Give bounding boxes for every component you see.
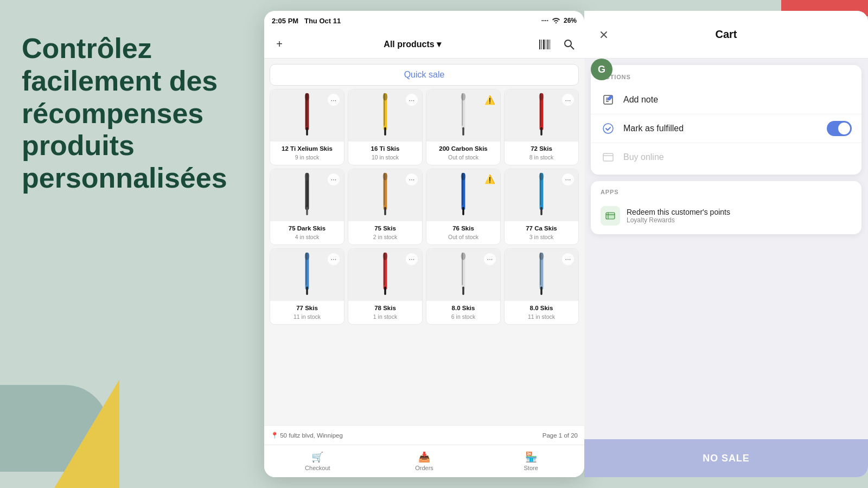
more-options-button[interactable]: ··· [328,253,340,265]
product-stock: 11 in stock [509,313,574,320]
product-card[interactable]: ··· 16 Ti Skis 10 in stock [348,89,423,165]
product-image: ··· [505,89,578,142]
product-stock: Out of stock [431,154,496,160]
svg-point-15 [383,93,388,101]
svg-point-35 [461,173,466,181]
quick-sale-button[interactable]: Quick sale [270,64,579,86]
product-card[interactable]: ··· 72 Skis 8 in stock [504,89,579,165]
product-stock: 10 in stock [353,154,418,160]
svg-rect-61 [603,153,613,161]
add-button[interactable]: + [272,37,287,52]
svg-rect-30 [384,207,386,215]
svg-point-60 [603,124,613,133]
delete-button[interactable] [594,25,614,44]
product-info: 77 Skis 11 in stock [270,301,344,324]
buy-online-icon [601,150,616,165]
out-of-stock-icon: ⚠️ [484,94,496,106]
tab-checkout[interactable]: 🛒Checkout [264,451,371,471]
add-note-action[interactable]: Add note [591,86,861,114]
mark-fulfilled-icon [601,121,616,136]
product-card[interactable]: ⚠️ 200 Carbon Skis Out of stock [426,89,501,165]
svg-rect-34 [462,207,464,215]
add-note-label: Add note [623,95,852,105]
more-options-button[interactable]: ··· [562,174,574,185]
product-card[interactable]: ··· 77 Ca Skis 3 in stock [504,169,579,245]
product-image: ··· [270,249,344,301]
product-name: 72 Skis [509,145,574,153]
product-image: ··· [348,249,422,301]
product-name: 8.0 Skis [509,304,574,312]
svg-rect-63 [606,213,615,219]
tab-orders[interactable]: 📥Orders [371,451,478,471]
product-info: 12 Ti Xelium Skis 9 in stock [270,142,344,165]
more-options-button[interactable]: ··· [406,253,418,265]
product-card[interactable]: ··· 8.0 Skis 11 in stock [504,248,579,325]
loyalty-app-name: Redeem this customer's points [627,208,852,216]
product-name: 77 Skis [275,304,340,312]
buy-online-label: Buy online [623,152,852,162]
orders-label: Orders [415,465,433,471]
apps-section: APPS Redeem this customer's points Loyal… [591,181,861,234]
product-info: 75 Skis 2 in stock [348,221,422,245]
more-options-button[interactable]: ··· [406,94,418,106]
svg-point-43 [305,253,310,260]
product-card[interactable]: ··· 8.0 Skis 6 in stock [426,248,501,325]
more-options-button[interactable]: ··· [406,174,418,185]
buy-online-action[interactable]: Buy online [591,143,861,171]
product-card[interactable]: ··· 12 Ti Xelium Skis 9 in stock [270,89,344,165]
product-card[interactable]: ··· 75 Dark Skis 4 in stock [270,169,344,245]
out-of-stock-icon: ⚠️ [484,174,496,185]
product-card[interactable]: ··· 77 Skis 11 in stock [270,248,344,325]
store-icon: 🏪 [525,451,537,463]
more-options-button[interactable]: ··· [562,94,574,106]
header-actions [538,37,577,52]
product-stock: 8 in stock [509,154,574,160]
product-stock: 4 in stock [275,234,340,240]
product-name: 76 Skis [431,224,496,233]
svg-point-27 [305,173,310,181]
tab-store[interactable]: 🏪Store [477,451,584,471]
svg-rect-54 [540,286,542,294]
cart-header: Cart [584,11,868,59]
more-options-button[interactable]: ··· [484,253,496,265]
product-info: 75 Dark Skis 4 in stock [270,221,344,245]
cart-panel: Cart G ACTIONS Add note Mark as fulfille… [584,11,868,477]
no-sale-button[interactable]: NO SALE [584,439,868,477]
svg-rect-5 [550,40,550,49]
background-left: Contrôlez facilement des récompenses pro… [0,0,266,488]
fulfilled-toggle[interactable] [827,121,852,136]
battery-icon: 26% [564,17,577,24]
product-name: 200 Carbon Skis [431,145,496,153]
product-name: 8.0 Skis [431,304,496,312]
product-info: 78 Skis 1 in stock [348,301,422,324]
product-image: ⚠️ [426,169,500,221]
more-options-button[interactable]: ··· [562,253,574,265]
more-options-button[interactable]: ··· [328,94,340,106]
footer-bar: 📍 50 fultz blvd, Winnipeg Page 1 of 20 [264,425,584,445]
product-stock: 6 in stock [431,313,496,320]
product-card[interactable]: ··· 78 Skis 1 in stock [348,248,423,325]
decorative-triangle [54,380,119,488]
product-card[interactable]: ··· 75 Skis 2 in stock [348,169,423,245]
product-image: ⚠️ [426,89,500,142]
product-card[interactable]: ⚠️ 76 Skis Out of stock [426,169,501,245]
product-info: 16 Ti Skis 10 in stock [348,142,422,165]
product-filter[interactable]: All products ▾ [384,39,441,49]
dropdown-icon: ▾ [437,39,441,49]
product-stock: 2 in stock [353,234,418,240]
search-button[interactable] [561,37,577,52]
orders-icon: 📥 [418,451,430,463]
mark-fulfilled-action[interactable]: Mark as fulfilled [591,114,861,143]
product-stock: 3 in stock [509,234,574,240]
status-icons: ···· 26% [541,17,577,25]
status-bar: 2:05 PM Thu Oct 11 ···· 26% [264,11,584,30]
product-name: 75 Skis [353,224,418,233]
more-options-button[interactable]: ··· [328,174,340,185]
wifi-icon [552,17,560,25]
product-name: 77 Ca Skis [509,224,574,233]
status-time: 2:05 PM Thu Oct 11 [272,17,341,25]
barcode-button[interactable] [538,37,553,52]
product-info: 200 Carbon Skis Out of stock [426,142,500,165]
loyalty-rewards-app[interactable]: Redeem this customer's points Loyalty Re… [591,201,861,231]
svg-point-6 [565,40,571,47]
